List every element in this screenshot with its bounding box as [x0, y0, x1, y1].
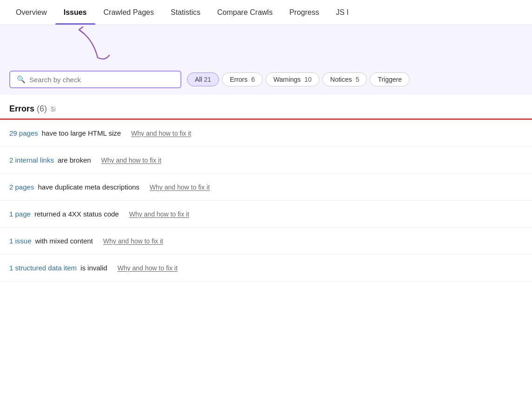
issue-text-4xx-status: returned a 4XX status code: [34, 210, 119, 218]
fix-link-large-html[interactable]: Why and how to fix it: [131, 130, 191, 137]
issue-text-broken-links: are broken: [58, 156, 91, 164]
toolbar: 🔍 All21 Errors 6 Warnings 10 Notices 5 T…: [0, 62, 532, 95]
issue-text-mixed-content: with mixed content: [35, 237, 93, 245]
fix-link-4xx-status[interactable]: Why and how to fix it: [129, 210, 189, 218]
issue-text-duplicate-meta: have duplicate meta descriptions: [38, 183, 139, 191]
fix-link-structured-data[interactable]: Why and how to fix it: [118, 264, 178, 272]
annotation-area: [0, 25, 532, 62]
nav-item-overview[interactable]: Overview: [7, 1, 55, 24]
issues-list: 29 pages have too large HTML size Why an…: [0, 120, 532, 282]
nav-item-statistics[interactable]: Statistics: [162, 1, 209, 24]
issue-link-mixed-content[interactable]: 1 issue: [9, 237, 32, 245]
issue-link-broken-links[interactable]: 2 internal links: [9, 156, 54, 164]
search-icon: 🔍: [17, 75, 26, 84]
filter-notices[interactable]: Notices 5: [322, 72, 367, 86]
nav-item-crawled-pages[interactable]: Crawled Pages: [95, 1, 163, 24]
issue-link-duplicate-meta[interactable]: 2 pages: [9, 183, 34, 191]
filter-all[interactable]: All21: [187, 72, 219, 86]
section-header: Errors (6) $i: [0, 95, 532, 118]
nav-bar: Overview Issues Crawled Pages Statistics…: [0, 0, 532, 25]
filter-warnings[interactable]: Warnings 10: [266, 72, 319, 86]
fix-link-broken-links[interactable]: Why and how to fix it: [101, 157, 161, 164]
issue-link-4xx-status[interactable]: 1 page: [9, 210, 31, 218]
nav-item-compare-crawls[interactable]: Compare Crawls: [209, 1, 281, 24]
issue-row-large-html: 29 pages have too large HTML size Why an…: [0, 120, 532, 147]
nav-item-issues[interactable]: Issues: [55, 1, 95, 24]
filter-buttons: All21 Errors 6 Warnings 10 Notices 5 Tri…: [187, 72, 410, 86]
issue-link-structured-data[interactable]: 1 structured data item: [9, 264, 77, 272]
issue-row-broken-links: 2 internal links are broken Why and how …: [0, 147, 532, 174]
errors-section: Errors (6) $i 29 pages have too large HT…: [0, 95, 532, 282]
nav-item-js[interactable]: JS I: [327, 1, 357, 24]
section-title: Errors (6): [9, 104, 47, 114]
nav-item-progress[interactable]: Progress: [281, 1, 327, 24]
filter-errors[interactable]: Errors 6: [222, 72, 263, 86]
issue-row-duplicate-meta: 2 pages have duplicate meta descriptions…: [0, 174, 532, 201]
issue-row-4xx-status: 1 page returned a 4XX status code Why an…: [0, 201, 532, 228]
issue-row-structured-data: 1 structured data item is invalid Why an…: [0, 255, 532, 282]
issue-link-large-html[interactable]: 29 pages: [9, 129, 38, 137]
fix-link-duplicate-meta[interactable]: Why and how to fix it: [150, 183, 210, 191]
issue-text-large-html: have too large HTML size: [42, 129, 121, 137]
search-box: 🔍: [9, 71, 181, 88]
info-icon[interactable]: $i: [51, 105, 56, 113]
search-input[interactable]: [29, 76, 174, 84]
fix-link-mixed-content[interactable]: Why and how to fix it: [103, 237, 163, 245]
issue-row-mixed-content: 1 issue with mixed content Why and how t…: [0, 228, 532, 255]
filter-triggered[interactable]: Triggere: [370, 72, 410, 86]
errors-count: (6): [37, 104, 47, 113]
annotation-arrow: [70, 25, 126, 62]
issue-text-structured-data: is invalid: [80, 264, 107, 272]
